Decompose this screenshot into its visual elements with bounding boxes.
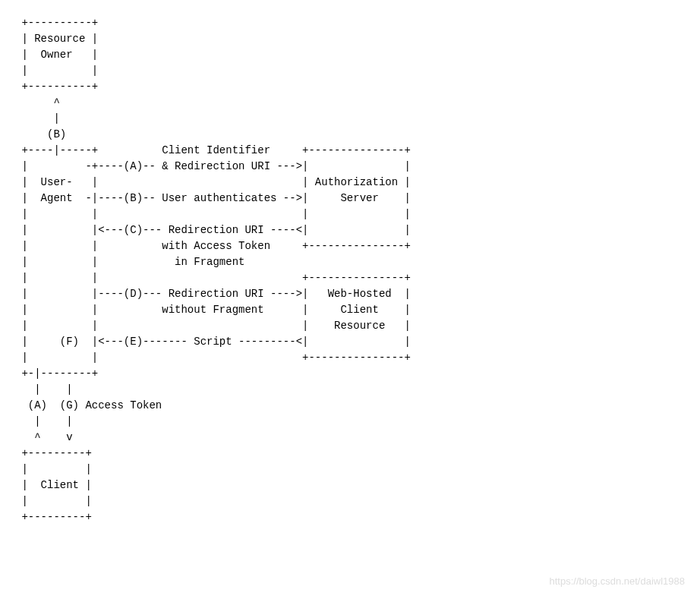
ascii-diagram: +----------+ | Resource | | Owner | | | … [15, 15, 685, 525]
watermark-text: https://blog.csdn.net/daiwl1988 [549, 574, 685, 589]
